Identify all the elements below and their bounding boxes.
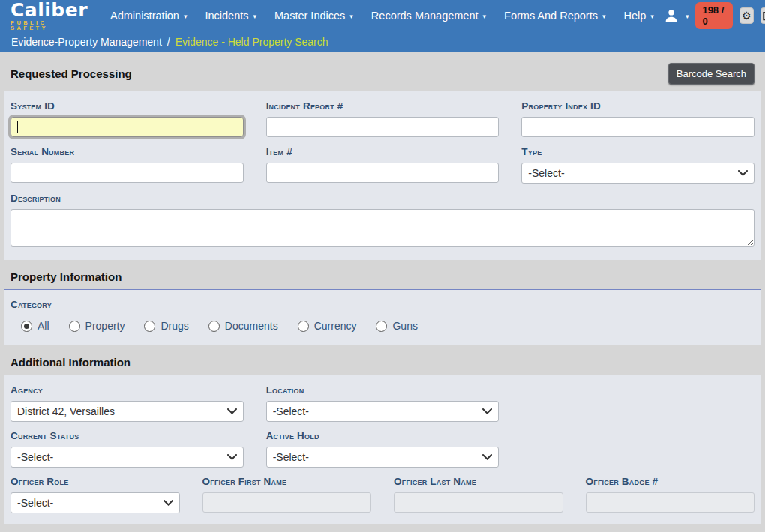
category-radio-property[interactable]: Property (69, 320, 125, 332)
top-navbar: Caliber PUBLIC SAFETY Administration▾ In… (0, 0, 765, 31)
active-hold-label: Active Hold (266, 430, 500, 441)
description-label: Description (10, 193, 754, 204)
serial-number-label: Serial Number (10, 146, 244, 157)
current-status-label: Current Status (10, 430, 244, 441)
property-index-id-input[interactable] (521, 117, 754, 137)
nav-help[interactable]: Help▾ (615, 0, 663, 31)
current-status-select[interactable]: -Select- (10, 447, 244, 468)
caliber-logo: Caliber PUBLIC SAFETY (10, 1, 88, 31)
agency-label: Agency (10, 384, 244, 396)
agency-select[interactable]: District 42, Versailles (10, 401, 244, 422)
category-radio-guns[interactable]: Guns (376, 320, 417, 332)
category-radio-group: All Property Drugs Documents Currency Gu… (10, 315, 754, 335)
nav-records-management[interactable]: Records Management▾ (362, 0, 495, 31)
user-menu[interactable]: ▾ (663, 7, 689, 24)
chevron-down-icon: ▾ (483, 13, 487, 20)
chevron-down-icon: ▾ (254, 13, 257, 20)
category-radio-drugs[interactable]: Drugs (144, 320, 188, 332)
field-location: Location -Select- (266, 383, 500, 422)
requested-processing-panel: System ID Incident Report # Property Ind… (4, 91, 760, 260)
navbar-right-controls: ▾ 198 / 0 ⚙ (663, 2, 765, 29)
location-label: Location (266, 384, 500, 396)
system-id-input[interactable] (10, 117, 244, 137)
breadcrumb-separator: / (167, 36, 170, 48)
officer-badge-label: Officer Badge # (586, 476, 755, 487)
logo-title: Caliber (10, 1, 88, 19)
field-officer-first-name: Officer First Name (202, 474, 372, 513)
radio-button[interactable] (298, 321, 309, 332)
radio-button[interactable] (376, 321, 387, 332)
field-item-number: Item # (266, 145, 500, 184)
nav-forms-and-reports[interactable]: Forms And Reports▾ (495, 0, 614, 31)
active-hold-select[interactable]: -Select- (266, 447, 500, 468)
text-cursor (17, 121, 18, 133)
incident-report-label: Incident Report # (266, 100, 500, 112)
nav-master-indices[interactable]: Master Indices▾ (266, 0, 362, 31)
field-officer-role: Officer Role -Select- (10, 474, 180, 513)
officer-last-name-input (394, 492, 563, 513)
system-id-label: System ID (10, 100, 244, 112)
officer-role-label: Officer Role (10, 476, 180, 487)
radio-button[interactable] (69, 321, 80, 332)
section-title-requested-processing: Requested Processing (10, 67, 132, 80)
logout-button[interactable] (760, 7, 765, 24)
barcode-search-button[interactable]: Barcode Search (668, 63, 754, 85)
chevron-down-icon: ▾ (602, 13, 606, 20)
field-active-hold: Active Hold -Select- (266, 429, 500, 468)
item-number-label: Item # (266, 146, 500, 157)
nav-administration[interactable]: Administration▾ (101, 0, 196, 31)
logo-subtitle: PUBLIC SAFETY (10, 20, 88, 31)
location-select[interactable]: -Select- (266, 401, 500, 422)
settings-button[interactable]: ⚙ (740, 7, 754, 24)
field-current-status: Current Status -Select- (10, 429, 244, 468)
officer-role-select[interactable]: -Select- (10, 492, 180, 513)
field-serial-number: Serial Number (10, 145, 244, 184)
field-property-index-id: Property Index ID (521, 99, 754, 137)
category-radio-documents[interactable]: Documents (208, 320, 278, 332)
field-officer-badge: Officer Badge # (586, 474, 755, 513)
breadcrumb: Evidence-Property Management / Evidence … (0, 31, 765, 52)
incident-report-input[interactable] (266, 117, 500, 137)
radio-button[interactable] (21, 321, 32, 332)
user-icon (663, 7, 680, 24)
serial-number-input[interactable] (10, 163, 244, 183)
section-title-property-information: Property Information (10, 270, 122, 283)
field-system-id: System ID (10, 99, 244, 137)
chevron-down-icon: ▾ (350, 13, 353, 20)
field-description: Description (10, 191, 754, 250)
radio-button[interactable] (144, 321, 155, 332)
breadcrumb-parent: Evidence-Property Management (11, 36, 162, 48)
property-information-panel: Category All Property Drugs Documents Cu… (4, 289, 760, 345)
type-label: Type (521, 146, 754, 157)
property-index-id-label: Property Index ID (521, 100, 754, 112)
breadcrumb-current-page[interactable]: Evidence - Held Property Search (176, 36, 328, 48)
description-textarea[interactable] (10, 209, 754, 247)
field-type: Type -Select- (521, 145, 754, 184)
field-agency: Agency District 42, Versailles (10, 383, 244, 422)
type-select[interactable]: -Select- (521, 163, 754, 184)
category-radio-all[interactable]: All (21, 320, 50, 332)
radio-button[interactable] (208, 321, 220, 332)
logout-icon (762, 11, 765, 21)
officer-last-name-label: Officer Last Name (394, 476, 563, 487)
officer-first-name-label: Officer First Name (202, 476, 372, 487)
chevron-down-icon: ▾ (686, 13, 689, 20)
officer-first-name-input (202, 492, 372, 513)
field-officer-last-name: Officer Last Name (394, 474, 563, 513)
gear-icon: ⚙ (742, 10, 752, 21)
category-label: Category (10, 299, 754, 310)
section-title-additional-information: Additional Information (10, 356, 130, 369)
item-number-input[interactable] (266, 163, 500, 183)
field-incident-report: Incident Report # (266, 99, 500, 137)
chevron-down-icon: ▾ (184, 13, 188, 20)
additional-information-panel: Agency District 42, Versailles Location … (4, 375, 760, 524)
nav-incidents[interactable]: Incidents▾ (196, 0, 266, 31)
category-radio-currency[interactable]: Currency (298, 320, 357, 332)
officer-badge-input (586, 492, 755, 513)
main-nav: Administration▾ Incidents▾ Master Indice… (101, 0, 663, 31)
notification-count-badge[interactable]: 198 / 0 (695, 2, 732, 29)
chevron-down-icon: ▾ (650, 13, 654, 20)
